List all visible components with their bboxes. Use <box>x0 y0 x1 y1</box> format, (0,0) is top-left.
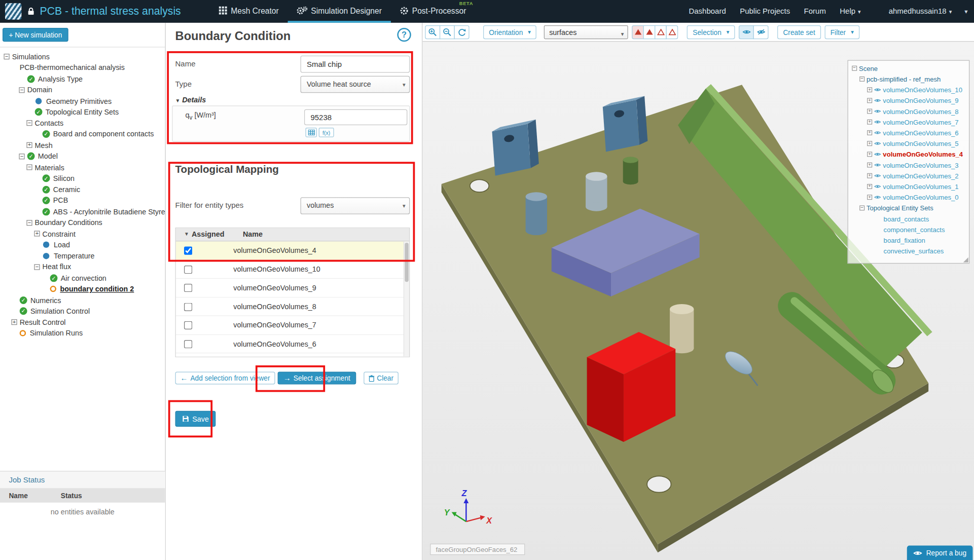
mapping-row-volumeongeovolumes-6[interactable]: volumeOnGeoVolumes_6 <box>176 334 409 353</box>
tree-item-temperature[interactable]: Temperature <box>0 250 165 262</box>
eye-icon[interactable] <box>874 183 881 189</box>
orientation-button[interactable]: Orientation ▾ <box>483 25 536 39</box>
collapse-expander-icon[interactable]: − <box>26 165 32 170</box>
expand-expander-icon[interactable]: + <box>867 162 872 167</box>
job-status-header[interactable]: Job Status <box>0 472 165 489</box>
assigned-checkbox[interactable] <box>184 340 192 348</box>
mapping-row-volumeongeovolumes-5[interactable]: volumeOnGeoVolumes_5 <box>176 353 409 357</box>
nav-post-processor[interactable]: Post-Processor BETA <box>390 0 475 23</box>
expand-expander-icon[interactable]: + <box>867 183 872 189</box>
hide-button[interactable] <box>753 25 769 39</box>
capacitor-green-top[interactable] <box>623 157 638 163</box>
expand-expander-icon[interactable]: + <box>867 173 872 178</box>
collapse-expander-icon[interactable]: − <box>19 87 24 93</box>
board-hole[interactable] <box>647 476 671 492</box>
collapse-expander-icon[interactable]: − <box>4 54 9 59</box>
refresh-view-button[interactable] <box>454 25 470 39</box>
nav-simulation-designer[interactable]: Simulation Designer <box>287 0 390 23</box>
pick-filter-edge-button[interactable] <box>655 25 667 39</box>
scene-tree-item-convective-surfaces[interactable]: convective_surfaces <box>848 245 969 256</box>
scene-tree-item-topological-entity-sets[interactable]: −Topological Entity Sets <box>848 202 969 213</box>
pick-filter-vertex-button[interactable] <box>666 25 678 39</box>
selection-button[interactable]: Selection ▾ <box>687 25 735 39</box>
eye-icon[interactable] <box>874 87 881 92</box>
eye-icon[interactable] <box>874 130 881 135</box>
tree-item-model[interactable]: −✓Model <box>0 151 165 162</box>
zoom-in-button[interactable] <box>425 25 440 39</box>
name-column-header[interactable]: Name <box>243 230 263 238</box>
entity-type-select[interactable]: volumes ▾ <box>301 197 410 214</box>
capacitor-gray-top[interactable] <box>586 172 607 180</box>
collapse-expander-icon[interactable]: − <box>852 65 857 70</box>
eye-icon[interactable] <box>874 173 881 178</box>
zoom-out-button[interactable] <box>440 25 455 39</box>
capacitor-green-body[interactable] <box>623 160 638 181</box>
tree-item-boundary-condition-2[interactable]: boundary condition 2 <box>0 283 165 294</box>
mapping-row-volumeongeovolumes-8[interactable]: volumeOnGeoVolumes_8 <box>176 297 409 316</box>
expand-expander-icon[interactable]: + <box>867 141 872 146</box>
tree-item-simulations[interactable]: −Simulations <box>0 51 165 62</box>
collapse-expander-icon[interactable]: − <box>34 264 40 270</box>
tree-item-result-control[interactable]: +Result Control <box>0 317 165 328</box>
panel-resize-grip[interactable] <box>963 257 968 263</box>
tree-item-topological-entity-sets[interactable]: ✓Topological Entity Sets <box>0 106 165 118</box>
scene-tree-item-volumeongeovolumes-2[interactable]: +volumeOnGeoVolumes_2 <box>848 170 969 181</box>
table-scrollbar[interactable] <box>404 242 409 357</box>
filter-button[interactable]: Filter ▾ <box>824 25 859 39</box>
scene-tree-item-volumeongeovolumes-6[interactable]: +volumeOnGeoVolumes_6 <box>848 127 969 138</box>
collapse-expander-icon[interactable]: − <box>859 205 864 210</box>
expand-expander-icon[interactable]: + <box>867 108 872 114</box>
mapping-row-volumeongeovolumes-7[interactable]: volumeOnGeoVolumes_7 <box>176 316 409 335</box>
eye-icon[interactable] <box>874 152 881 157</box>
table-input-button[interactable] <box>305 128 316 137</box>
tree-item-analysis-type[interactable]: ✓Analysis Type <box>0 73 165 85</box>
scene-tree-item-volumeongeovolumes-4[interactable]: +volumeOnGeoVolumes_4 <box>848 148 969 159</box>
sort-desc-icon[interactable]: ▼ <box>184 232 189 237</box>
expand-expander-icon[interactable]: + <box>867 98 872 103</box>
select-assignment-button[interactable]: → Select assignment <box>278 371 356 384</box>
eye-icon[interactable] <box>874 108 881 114</box>
mapping-row-volumeongeovolumes-4[interactable]: volumeOnGeoVolumes_4 <box>176 242 409 260</box>
add-selection-button[interactable]: ← Add selection from viewer <box>175 371 275 384</box>
assigned-checkbox[interactable] <box>184 265 192 273</box>
tree-item-domain[interactable]: −Domain <box>0 85 165 96</box>
app-logo-icon[interactable] <box>5 3 21 19</box>
capacitor-beige-body[interactable] <box>670 309 694 348</box>
tree-item-air-convection[interactable]: ✓Air convection <box>0 273 165 284</box>
collapse-expander-icon[interactable]: − <box>26 120 32 126</box>
capacitor-blue-top[interactable] <box>526 192 547 201</box>
nav-public-projects[interactable]: Public Projects <box>740 7 790 16</box>
expand-expander-icon[interactable]: + <box>34 231 40 237</box>
eye-icon[interactable] <box>874 98 881 103</box>
tree-item-abs-acrylonitrile-butadiene-styre[interactable]: ✓ABS - Acrylonitrile Butadiene Styre... <box>0 206 165 217</box>
assigned-checkbox[interactable] <box>184 303 192 311</box>
collapse-expander-icon[interactable]: − <box>26 220 32 226</box>
scene-tree-item-volumeongeovolumes-7[interactable]: +volumeOnGeoVolumes_7 <box>848 117 969 127</box>
capacitor-beige-top[interactable] <box>670 304 694 314</box>
scene-tree-item-pcb-simplified-ref-mesh[interactable]: −pcb-simplified - ref_mesh <box>848 73 969 84</box>
nav-mesh-creator[interactable]: Mesh Creator <box>210 0 287 23</box>
eye-icon[interactable] <box>874 162 881 167</box>
tree-item-boundary-conditions[interactable]: −Boundary Conditions <box>0 217 165 228</box>
tree-item-heat-flux[interactable]: −Heat flux <box>0 262 165 273</box>
scene-tree-item-volumeongeovolumes-3[interactable]: +volumeOnGeoVolumes_3 <box>848 159 969 170</box>
expand-expander-icon[interactable]: + <box>867 130 872 135</box>
new-simulation-button[interactable]: + New simulation <box>3 28 68 42</box>
expand-expander-icon[interactable]: + <box>26 142 32 148</box>
tree-item-board-and-component-contacts[interactable]: ✓Board and component contacts <box>0 129 165 140</box>
tree-item-numerics[interactable]: ✓Numerics <box>0 294 165 306</box>
formula-button[interactable]: f(x) <box>319 128 334 137</box>
assigned-checkbox[interactable] <box>184 246 192 254</box>
expand-expander-icon[interactable]: + <box>867 87 872 92</box>
nav-help[interactable]: Help▾ <box>840 7 860 16</box>
scene-tree-item-volumeongeovolumes-8[interactable]: +volumeOnGeoVolumes_8 <box>848 105 969 116</box>
pick-filter-face-button[interactable] <box>643 25 656 39</box>
nav-dashboard[interactable]: Dashboard <box>689 7 726 16</box>
scene-tree-item-board-fixation[interactable]: board_fixation <box>848 235 969 245</box>
tree-item-simulation-control[interactable]: ✓Simulation Control <box>0 306 165 317</box>
expand-expander-icon[interactable]: + <box>11 319 17 325</box>
collapse-expander-icon[interactable]: − <box>859 76 864 81</box>
expand-expander-icon[interactable]: + <box>867 119 872 124</box>
scene-tree-item-board-contacts[interactable]: board_contacts <box>848 213 969 223</box>
scene-tree-item-volumeongeovolumes-0[interactable]: +volumeOnGeoVolumes_0 <box>848 192 969 202</box>
